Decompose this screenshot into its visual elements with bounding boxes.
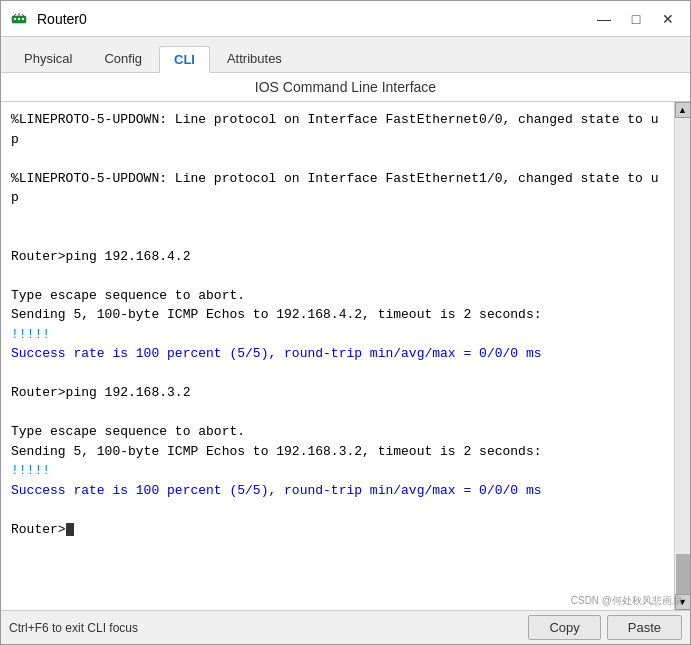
paste-button[interactable]: Paste (607, 615, 682, 640)
cli-line: Success rate is 100 percent (5/5), round… (11, 346, 542, 361)
copy-button[interactable]: Copy (528, 615, 600, 640)
tab-attributes[interactable]: Attributes (212, 45, 297, 72)
svg-rect-2 (18, 18, 20, 20)
minimize-button[interactable]: — (590, 8, 618, 30)
scroll-up-button[interactable]: ▲ (675, 102, 691, 118)
tab-physical[interactable]: Physical (9, 45, 87, 72)
cli-line: %LINEPROTO-5-UPDOWN: Line protocol on In… (11, 171, 659, 206)
svg-line-4 (14, 14, 16, 16)
cli-area: %LINEPROTO-5-UPDOWN: Line protocol on In… (1, 102, 690, 610)
cli-line: !!!!! (11, 327, 50, 342)
scroll-track[interactable] (676, 118, 690, 594)
cli-line: Sending 5, 100-byte ICMP Echos to 192.16… (11, 444, 542, 459)
app-icon (9, 9, 29, 29)
tab-config[interactable]: Config (89, 45, 157, 72)
svg-line-6 (22, 14, 24, 16)
tab-cli[interactable]: CLI (159, 46, 210, 73)
maximize-button[interactable]: □ (622, 8, 650, 30)
cli-line: Router>ping 192.168.3.2 (11, 385, 190, 400)
scrollbar[interactable]: ▲ ▼ (674, 102, 690, 610)
cli-line: Sending 5, 100-byte ICMP Echos to 192.16… (11, 307, 542, 322)
scroll-thumb[interactable] (676, 554, 690, 594)
cli-line: Router> (11, 522, 66, 537)
status-hint: Ctrl+F6 to exit CLI focus (9, 621, 528, 635)
cli-line: Success rate is 100 percent (5/5), round… (11, 483, 542, 498)
action-buttons: Copy Paste (528, 615, 682, 640)
cli-line: !!!!! (11, 463, 50, 478)
cli-line: %LINEPROTO-5-UPDOWN: Line protocol on In… (11, 112, 659, 147)
cli-header: IOS Command Line Interface (1, 73, 690, 102)
watermark: CSDN @何处秋风悲画扇 (571, 594, 682, 608)
window-title: Router0 (37, 11, 590, 27)
window-controls: — □ ✕ (590, 8, 682, 30)
svg-rect-1 (14, 18, 16, 20)
cli-output[interactable]: %LINEPROTO-5-UPDOWN: Line protocol on In… (1, 102, 674, 610)
cli-line: Router>ping 192.168.4.2 (11, 249, 190, 264)
main-window: Router0 — □ ✕ PhysicalConfigCLIAttribute… (0, 0, 691, 645)
cli-line: Type escape sequence to abort. (11, 424, 245, 439)
status-bar: Ctrl+F6 to exit CLI focus Copy Paste (1, 610, 690, 644)
title-bar: Router0 — □ ✕ (1, 1, 690, 37)
cli-line: Type escape sequence to abort. (11, 288, 245, 303)
cli-cursor (66, 523, 74, 536)
svg-rect-3 (22, 18, 24, 20)
tab-bar: PhysicalConfigCLIAttributes (1, 37, 690, 73)
close-button[interactable]: ✕ (654, 8, 682, 30)
